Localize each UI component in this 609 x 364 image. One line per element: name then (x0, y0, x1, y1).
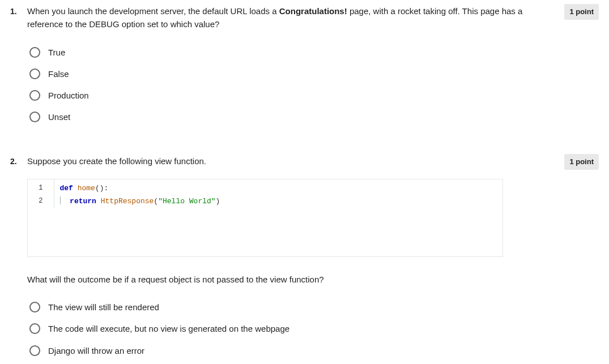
question-prompt: When you launch the development server, … (27, 5, 537, 31)
question-number: 2. (10, 155, 27, 168)
code-token (73, 184, 78, 192)
code-token (61, 197, 70, 205)
code-line: 1def home(): (28, 179, 502, 195)
option-label: False (48, 67, 69, 80)
radio-icon (29, 345, 40, 356)
line-number: 1 (28, 179, 54, 195)
text-cursor (60, 196, 61, 204)
radio-icon (29, 112, 40, 122)
line-content: return HttpResponse("Hello World") (54, 195, 502, 208)
code-token: ) (216, 197, 220, 205)
option-label: The code will execute, but no view is ge… (48, 322, 289, 335)
option-django-error[interactable]: Django will throw an error (29, 344, 555, 357)
code-token: HttpResponse (101, 197, 154, 205)
question-1: 1. When you launch the development serve… (10, 5, 599, 124)
code-token: ( (154, 197, 158, 205)
question-body: Suppose you create the following view fu… (27, 155, 564, 357)
radio-icon (29, 323, 40, 334)
options-group: The view will still be rendered The code… (27, 301, 555, 357)
option-label: Production (48, 89, 89, 102)
option-label: The view will still be rendered (48, 301, 159, 314)
option-no-view[interactable]: The code will execute, but no view is ge… (29, 322, 555, 335)
option-unset[interactable]: Unset (29, 110, 555, 123)
radio-icon (29, 68, 40, 79)
option-label: True (48, 46, 65, 59)
points-badge: 1 point (564, 154, 599, 170)
option-production[interactable]: Production (29, 89, 555, 102)
code-token: home (78, 184, 95, 192)
radio-icon (29, 90, 40, 101)
radio-icon (29, 47, 40, 58)
question-prompt: Suppose you create the following view fu… (27, 155, 537, 168)
code-token: (): (95, 184, 108, 192)
prompt-text-bold: Congratulations! (279, 6, 347, 16)
option-false[interactable]: False (29, 67, 555, 80)
points-badge: 1 point (564, 4, 599, 20)
radio-icon (29, 302, 40, 312)
option-label: Unset (48, 110, 70, 123)
options-group: True False Production Unset (27, 46, 555, 124)
option-true[interactable]: True (29, 46, 555, 59)
question-body: When you launch the development server, … (27, 5, 564, 124)
question-followup: What will the outcome be if a request ob… (27, 273, 555, 286)
code-token: def (60, 184, 73, 192)
code-token (96, 197, 101, 205)
code-token: return (70, 197, 96, 205)
prompt-text-pre: When you launch the development server, … (27, 6, 279, 16)
option-label: Django will throw an error (48, 344, 144, 357)
code-token: "Hello World" (158, 197, 215, 205)
code-line: 2 return HttpResponse("Hello World") (28, 195, 502, 208)
line-content: def home(): (54, 179, 502, 195)
question-2: 2. Suppose you create the following view… (10, 155, 599, 357)
line-number: 2 (28, 195, 54, 208)
option-view-rendered[interactable]: The view will still be rendered (29, 301, 555, 314)
question-number: 1. (10, 5, 27, 18)
code-block[interactable]: 1def home():2 return HttpResponse("Hello… (27, 179, 503, 257)
